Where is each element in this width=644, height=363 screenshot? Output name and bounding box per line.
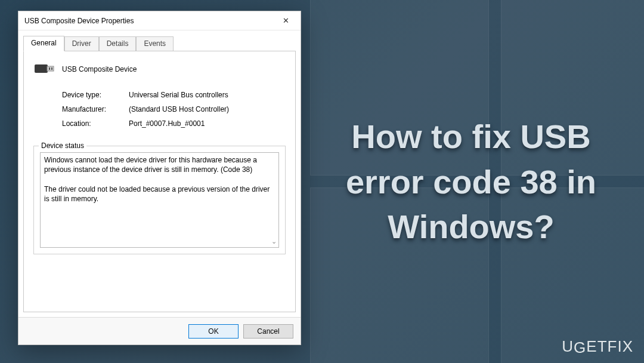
manufacturer-value: (Standard USB Host Controller)	[129, 105, 286, 113]
device-status-legend: Device status	[39, 141, 86, 150]
svg-rect-1	[47, 66, 54, 71]
device-name: USB Composite Device	[62, 65, 137, 73]
tab-events[interactable]: Events	[136, 36, 174, 51]
tab-general[interactable]: General	[23, 36, 64, 51]
scroll-down-icon: ⌄	[271, 238, 277, 245]
device-info: Device type: Universal Serial Bus contro…	[62, 91, 286, 134]
cancel-button[interactable]: Cancel	[243, 324, 293, 339]
close-button[interactable]: ✕	[277, 16, 295, 25]
device-header: USB Composite Device	[33, 61, 286, 78]
device-status-fieldset: Device status Windows cannot load the de…	[33, 146, 286, 254]
tab-driver[interactable]: Driver	[64, 36, 99, 51]
close-icon: ✕	[283, 16, 289, 25]
dialog-titlebar: USB Composite Device Properties ✕	[18, 11, 301, 30]
tab-panel-general: USB Composite Device Device type: Univer…	[23, 51, 296, 312]
location-value: Port_#0007.Hub_#0001	[129, 119, 286, 128]
device-status-text[interactable]: Windows cannot load the device driver fo…	[40, 152, 279, 248]
dialog-button-bar: OK Cancel	[18, 317, 301, 344]
tab-details[interactable]: Details	[99, 36, 137, 51]
manufacturer-label: Manufacturer:	[62, 105, 129, 113]
svg-rect-2	[49, 67, 50, 70]
site-watermark: UGETFIX	[562, 337, 633, 356]
location-label: Location:	[62, 119, 129, 128]
device-type-label: Device type:	[62, 91, 129, 99]
article-headline: How to fix USB error code 38 in Windows?	[316, 114, 626, 250]
ok-button[interactable]: OK	[188, 324, 239, 339]
tabstrip: General Driver Details Events	[18, 30, 301, 51]
svg-rect-3	[51, 67, 52, 70]
device-type-value: Universal Serial Bus controllers	[129, 91, 286, 99]
device-properties-dialog: USB Composite Device Properties ✕ Genera…	[18, 11, 301, 345]
usb-device-icon	[33, 61, 55, 78]
dialog-title: USB Composite Device Properties	[24, 17, 277, 25]
svg-rect-0	[35, 64, 48, 73]
